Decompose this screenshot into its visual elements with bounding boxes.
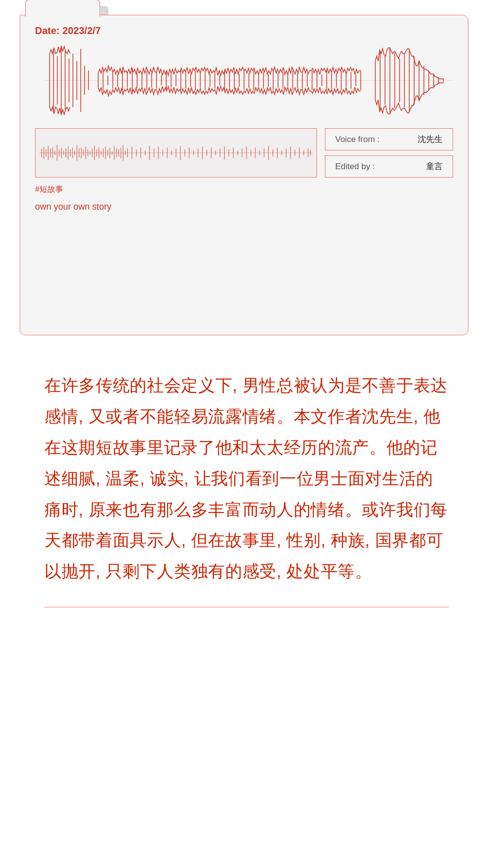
date-value: 2023/2/7 xyxy=(63,25,101,36)
waveform-box xyxy=(35,128,317,178)
edited-by-label: Edited by : xyxy=(335,162,375,172)
edited-by-badge: Edited by : 童言 xyxy=(325,155,453,178)
folder-stack: Date: 2023/2/7 xyxy=(20,15,473,350)
folder-tag: #短故事 xyxy=(35,184,453,195)
waveform-detail-row: Voice from : 沈先生 Edited by : 童言 xyxy=(35,128,453,178)
folder-date: Date: 2023/2/7 xyxy=(35,25,453,36)
edited-by-value: 童言 xyxy=(426,161,443,172)
folder-slogan: own your own story xyxy=(35,202,453,212)
voice-from-badge: Voice from : 沈先生 xyxy=(325,128,453,150)
voice-from-label: Voice from : xyxy=(335,135,380,145)
waveform-art-area xyxy=(35,43,453,122)
voice-from-value: 沈先生 xyxy=(418,134,443,145)
article-text: 在许多传统的社会定义下, 男性总被认为是不善于表达感情, 又或者不能轻易流露情绪… xyxy=(44,370,449,587)
art-waveform-svg xyxy=(35,43,453,117)
page-wrapper: Date: 2023/2/7 xyxy=(0,0,493,868)
voice-info-panel: Voice from : 沈先生 Edited by : 童言 xyxy=(325,128,453,178)
detail-waveform-svg xyxy=(39,133,313,173)
folder-main: Date: 2023/2/7 xyxy=(20,15,468,335)
date-label: Date: xyxy=(35,25,60,36)
bottom-divider xyxy=(44,607,449,608)
article-section: 在许多传统的社会定义下, 男性总被认为是不善于表达感情, 又或者不能轻易流露情绪… xyxy=(15,350,478,607)
